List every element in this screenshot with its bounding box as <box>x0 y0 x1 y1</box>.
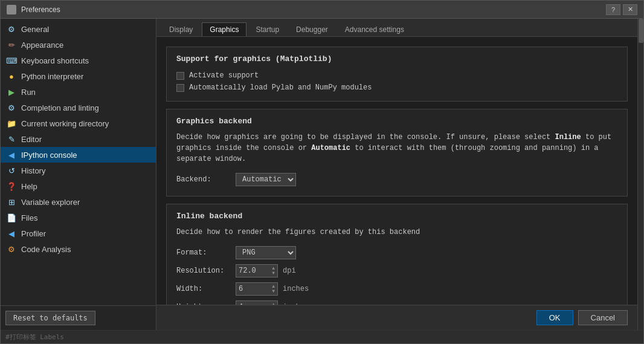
activate-support-checkbox[interactable] <box>176 72 184 80</box>
auto-load-pylab-label: Automatically load Pylab and NumPy modul… <box>189 83 372 92</box>
tab-graphics[interactable]: Graphics <box>202 22 246 36</box>
window-title: Preferences <box>21 5 606 14</box>
activate-support-label: Activate support <box>189 71 259 80</box>
appearance-label: Appearance <box>21 41 63 50</box>
ok-button[interactable]: OK <box>536 310 573 325</box>
appearance-icon: ✏ <box>7 40 16 50</box>
backend-label: Backend: <box>176 175 231 184</box>
scrollbar-track[interactable] <box>637 19 643 330</box>
sidebar-item-python-interpreter[interactable]: ●Python interpreter <box>1 68 156 84</box>
width-field-row: Width: 6 ▲ ▼ inches <box>176 280 617 298</box>
graphics-backend-title: Graphics backend <box>176 117 617 126</box>
tabs-bar: DisplayGraphicsStartupDebuggerAdvanced s… <box>156 19 637 37</box>
reset-defaults-button[interactable]: Reset to defaults <box>5 311 95 325</box>
inline-backend-title: Inline backend <box>176 212 617 221</box>
sidebar-item-files[interactable]: 📄Files <box>1 210 156 226</box>
width-value: 6 <box>239 285 272 293</box>
sidebar-bottom: Reset to defaults <box>1 305 156 330</box>
history-icon: ↺ <box>7 166 16 175</box>
content-area: Support for graphics (Matplotlib) Activa… <box>156 37 637 305</box>
editor-label: Editor <box>21 135 42 144</box>
height-field-row: Height: 4 ▲ ▼ inches <box>176 298 617 305</box>
ipython-console-label: IPython console <box>21 151 77 160</box>
backend-field-row: Backend: Automatic Inline Qt5 Qt4 Gtk3 W… <box>176 170 617 189</box>
sidebar-item-completion-linting[interactable]: ⚙Completion and linting <box>1 100 156 115</box>
sidebar-item-profiler[interactable]: ◀Profiler <box>1 226 156 241</box>
close-button[interactable]: ✕ <box>623 4 637 15</box>
history-label: History <box>21 166 45 175</box>
help-button[interactable]: ? <box>606 4 620 15</box>
sidebar-item-editor[interactable]: ✎Editor <box>1 131 156 147</box>
resolution-label: Resolution: <box>176 267 231 275</box>
resolution-spinbox[interactable]: 72.0 ▲ ▼ <box>236 264 278 277</box>
inline-backend-section: Inline backend Decide how to render the … <box>166 204 628 305</box>
current-working-directory-label: Current working directory <box>21 119 109 128</box>
resolution-value: 72.0 <box>239 267 272 275</box>
format-select[interactable]: PNG SVG PDF <box>236 246 296 259</box>
bottom-bar-text: #打印标签 Labels <box>5 333 64 342</box>
sidebar-item-current-working-directory[interactable]: 📁Current working directory <box>1 115 156 131</box>
python-interpreter-icon: ● <box>7 71 16 81</box>
cancel-button[interactable]: Cancel <box>578 310 628 325</box>
resolution-arrows[interactable]: ▲ ▼ <box>272 266 275 276</box>
width-spinbox[interactable]: 6 ▲ ▼ <box>236 282 278 296</box>
files-icon: 📄 <box>7 213 16 222</box>
sidebar-item-run[interactable]: ▶Run <box>1 84 156 100</box>
run-label: Run <box>21 88 36 97</box>
right-panel: DisplayGraphicsStartupDebuggerAdvanced s… <box>156 19 643 330</box>
sidebar-item-code-analysis[interactable]: ⚙Code Analysis <box>1 241 156 257</box>
tab-startup[interactable]: Startup <box>248 22 287 36</box>
content-with-scroll: DisplayGraphicsStartupDebuggerAdvanced s… <box>156 19 643 330</box>
auto-load-pylab-checkbox[interactable] <box>176 84 184 92</box>
graphics-backend-section: Graphics backend Decide how graphics are… <box>166 109 628 196</box>
current-working-directory-icon: 📁 <box>7 118 16 128</box>
sidebar: ⚙General✏Appearance⌨Keyboard shortcuts●P… <box>1 19 156 330</box>
ipython-console-icon: ◀ <box>7 150 16 160</box>
titlebar: Preferences ? ✕ <box>1 1 643 19</box>
width-arrows[interactable]: ▲ ▼ <box>272 284 275 294</box>
completion-linting-icon: ⚙ <box>7 103 16 112</box>
tab-advanced-settings[interactable]: Advanced settings <box>337 22 412 36</box>
tab-display[interactable]: Display <box>161 22 201 36</box>
general-icon: ⚙ <box>7 24 16 34</box>
sidebar-item-ipython-console[interactable]: ◀IPython console <box>1 147 156 163</box>
code-analysis-label: Code Analysis <box>21 245 71 254</box>
format-field-row: Format: PNG SVG PDF <box>176 244 617 262</box>
help-label: Help <box>21 182 37 191</box>
inline-description: Decide how to render the figures created… <box>176 227 617 238</box>
profiler-icon: ◀ <box>7 229 16 238</box>
auto-load-pylab-row: Automatically load Pylab and NumPy modul… <box>176 82 617 94</box>
completion-linting-label: Completion and linting <box>21 103 99 112</box>
general-label: General <box>21 25 49 34</box>
preferences-window: Preferences ? ✕ ⚙General✏Appearance⌨Keyb… <box>0 0 644 344</box>
resolution-field-row: Resolution: 72.0 ▲ ▼ dpi <box>176 262 617 280</box>
backend-select[interactable]: Automatic Inline Qt5 Qt4 Gtk3 Wx Tkinter <box>236 173 296 186</box>
width-unit: inches <box>283 285 309 293</box>
sidebar-item-variable-explorer[interactable]: ⊞Variable explorer <box>1 194 156 210</box>
sidebar-item-history[interactable]: ↺History <box>1 163 156 178</box>
height-spinbox[interactable]: 4 ▲ ▼ <box>236 300 278 305</box>
scrollbar-thumb[interactable] <box>639 19 643 43</box>
code-analysis-icon: ⚙ <box>7 244 16 254</box>
variable-explorer-label: Variable explorer <box>21 198 80 207</box>
profiler-label: Profiler <box>21 229 46 238</box>
tab-debugger[interactable]: Debugger <box>288 22 336 36</box>
keyboard-shortcuts-label: Keyboard shortcuts <box>21 56 89 65</box>
help-icon: ❓ <box>7 181 16 191</box>
files-label: Files <box>21 213 37 222</box>
width-label: Width: <box>176 285 231 293</box>
keyboard-shortcuts-icon: ⌨ <box>7 56 16 65</box>
app-icon <box>7 5 16 15</box>
sidebar-item-appearance[interactable]: ✏Appearance <box>1 37 156 53</box>
sidebar-item-general[interactable]: ⚙General <box>1 21 156 37</box>
window-controls: ? ✕ <box>606 4 637 15</box>
sidebar-item-help[interactable]: ❓Help <box>1 178 156 194</box>
sidebar-item-keyboard-shortcuts[interactable]: ⌨Keyboard shortcuts <box>1 53 156 68</box>
python-interpreter-label: Python interpreter <box>21 72 83 81</box>
resolution-unit: dpi <box>283 267 296 275</box>
editor-icon: ✎ <box>7 134 16 144</box>
main-content: ⚙General✏Appearance⌨Keyboard shortcuts●P… <box>1 19 643 330</box>
backend-description: Decide how graphics are going to be disp… <box>176 132 617 164</box>
footer: OK Cancel <box>156 305 637 330</box>
format-label: Format: <box>176 248 231 257</box>
